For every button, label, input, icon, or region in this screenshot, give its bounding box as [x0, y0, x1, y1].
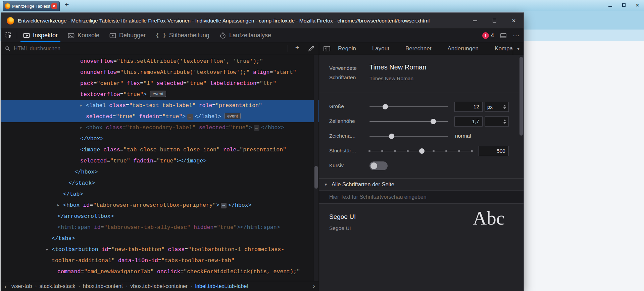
code-token: "cmd_newNavigatorTab"	[84, 269, 154, 275]
slider-thumb[interactable]	[383, 104, 388, 109]
maximize-icon	[622, 3, 626, 7]
code-token: </hbox>	[228, 202, 251, 208]
markup-line[interactable]: selected="true" fadein="true">…</label>e…	[1, 111, 319, 122]
expand-arrow-icon[interactable]: ▶	[80, 122, 82, 133]
inline-text-ellipsis[interactable]: …	[187, 114, 193, 120]
code-token: =	[120, 91, 123, 98]
tab-debugger[interactable]: Debugger	[105, 29, 150, 42]
code-token: >	[182, 113, 186, 120]
sidebar-tab-aenderungen[interactable]: Änderungen	[447, 45, 479, 52]
new-node-button[interactable]: +	[295, 44, 299, 52]
line-height-input[interactable]	[454, 116, 483, 127]
sidebar-scrollbar-thumb[interactable]	[519, 57, 523, 136]
markup-line[interactable]: ▶<toolbarbutton id="new-tab-button" clas…	[1, 244, 319, 255]
slider-thumb[interactable]	[431, 119, 436, 124]
letter-spacing-slider[interactable]	[369, 134, 448, 139]
split-console-icon[interactable]	[500, 32, 507, 39]
markup-line[interactable]: </stack>	[1, 178, 319, 189]
markup-line[interactable]: selected="true" fadein="true"></image>	[1, 155, 319, 166]
markup-view: onoverflow="this.setAttribute('textoverf…	[1, 55, 319, 281]
event-badge[interactable]: event	[150, 91, 166, 97]
sidebar-tab-layout[interactable]: Layout	[372, 45, 389, 52]
italic-toggle[interactable]	[369, 161, 388, 170]
font-size-slider[interactable]	[369, 104, 448, 109]
line-height-slider[interactable]	[369, 119, 448, 124]
markup-line[interactable]: </vbox>	[1, 133, 319, 144]
element-picker-button[interactable]	[1, 29, 17, 42]
tab-laufzeitanalyse[interactable]: Laufzeitanalyse	[215, 29, 275, 42]
markup-scrollbar[interactable]	[314, 55, 318, 281]
slider-track	[369, 136, 448, 137]
breadcrumb-item[interactable]: wser-tab	[9, 283, 34, 289]
all-fonts-section-header[interactable]: ▼ Alle Schriftarten der Seite	[319, 178, 524, 190]
breadcrumb-item[interactable]: hbox.tab-content	[81, 283, 125, 289]
line-height-unit-select[interactable]	[485, 116, 509, 127]
expand-arrow-icon[interactable]: ▶	[57, 200, 59, 211]
slider-thumb[interactable]	[419, 148, 425, 154]
inline-text-ellipsis[interactable]: …	[254, 125, 259, 131]
three-pane-toggle-button[interactable]	[323, 45, 331, 52]
expand-arrow-icon[interactable]: ▶	[80, 100, 82, 111]
markup-line[interactable]: </arrowscrollbox>	[1, 211, 319, 222]
code-token: =	[107, 158, 110, 164]
tab-konsole[interactable]: Konsole	[64, 29, 103, 42]
breadcrumb-scroll-left[interactable]: ‹	[3, 282, 8, 291]
minimize-button[interactable]	[465, 13, 485, 29]
tab-close-button[interactable]: ✕	[51, 3, 57, 9]
spinner-icon[interactable]	[503, 119, 506, 124]
markup-line[interactable]: ▶<label class="tab-text tab-label" role=…	[1, 100, 319, 111]
markup-line[interactable]: ▶<hbox id="tabbrowser-arrowscrollbox-per…	[1, 200, 319, 211]
breadcrumb-scroll-right[interactable]: ›	[311, 281, 317, 290]
code-token: "tab-secondary-label"	[126, 125, 196, 131]
font-size-input[interactable]	[454, 102, 483, 112]
markup-line[interactable]: command="cmd_newNavigatorTab" onclick="c…	[1, 266, 319, 277]
markup-line[interactable]: </tab>	[1, 189, 319, 200]
browser-tab[interactable]: Mehrzeilige Tableist ✕	[3, 1, 60, 11]
code-token: "this.setAttribute('textoverflow', 'true…	[117, 58, 263, 64]
markup-line[interactable]: </hbox>	[1, 166, 319, 178]
sidebar-tabs-overflow-button[interactable]: ▾	[513, 43, 524, 55]
inline-text-ellipsis[interactable]: …	[221, 203, 227, 208]
close-button[interactable]: ✕	[636, 3, 639, 8]
error-count-button[interactable]: ! 4	[482, 32, 494, 39]
markup-line[interactable]: <image class="tab-close-button close-ico…	[1, 144, 319, 155]
font-preview-input[interactable]	[319, 194, 524, 200]
markup-line[interactable]: </tabs>	[1, 233, 319, 244]
event-badge[interactable]: event	[225, 113, 241, 119]
code-token: "1"	[143, 80, 153, 87]
font-weight-input[interactable]	[479, 146, 509, 156]
code-token: =	[226, 125, 229, 131]
maximize-button[interactable]	[622, 2, 626, 8]
font-size-unit-select[interactable]: px	[485, 102, 509, 112]
breadcrumb-item[interactable]: label.tab-text.tab-label	[193, 283, 250, 289]
sidebar-tab-regeln[interactable]: Regeln	[338, 45, 356, 52]
meatball-menu-button[interactable]: ⋯	[513, 32, 520, 40]
sidebar-tab-berechnet[interactable]: Berechnet	[405, 45, 432, 52]
markup-line[interactable]: toolbar-additional" data-l10n-id="tabs-t…	[1, 255, 319, 266]
markup-line[interactable]: onunderflow="this.removeAttribute('texto…	[1, 67, 319, 78]
breadcrumb-item[interactable]: stack.tab-stack	[37, 283, 78, 289]
eyedropper-button[interactable]	[307, 45, 315, 52]
new-tab-button[interactable]: +	[62, 0, 71, 9]
search-input[interactable]	[14, 46, 315, 52]
slider-thumb[interactable]	[389, 134, 394, 139]
tab-stilbearbeitung[interactable]: { } Stilbearbeitung	[152, 29, 213, 42]
minimize-button[interactable]	[608, 2, 612, 8]
maximize-button[interactable]	[485, 13, 504, 29]
code-token	[136, 113, 139, 120]
font-weight-slider[interactable]	[369, 148, 472, 154]
unit-value: px	[487, 104, 493, 110]
expand-arrow-icon[interactable]: ▶	[46, 244, 48, 255]
tab-inspektor[interactable]: Inspektor	[19, 29, 62, 42]
close-button[interactable]: ✕	[504, 13, 524, 29]
markup-line[interactable]: pack="center" flex="1" selected="true" l…	[1, 78, 319, 89]
breadcrumb-item[interactable]: vbox.tab-label-container	[128, 283, 190, 289]
markup-line[interactable]: textoverflow="true">event	[1, 89, 319, 100]
markup-line[interactable]: onoverflow="this.setAttribute('textoverf…	[1, 56, 319, 67]
spinner-icon[interactable]	[503, 105, 506, 109]
scrollbar-thumb[interactable]	[314, 166, 318, 189]
markup-line[interactable]: <html:span id="tabbrowser-tab-a11y-desc"…	[1, 222, 319, 233]
code-token: </tabs>	[52, 235, 75, 242]
twisty-down-icon[interactable]: ▼	[324, 182, 328, 187]
markup-line[interactable]: ▶<hbox class="tab-secondary-label" selec…	[1, 122, 319, 133]
